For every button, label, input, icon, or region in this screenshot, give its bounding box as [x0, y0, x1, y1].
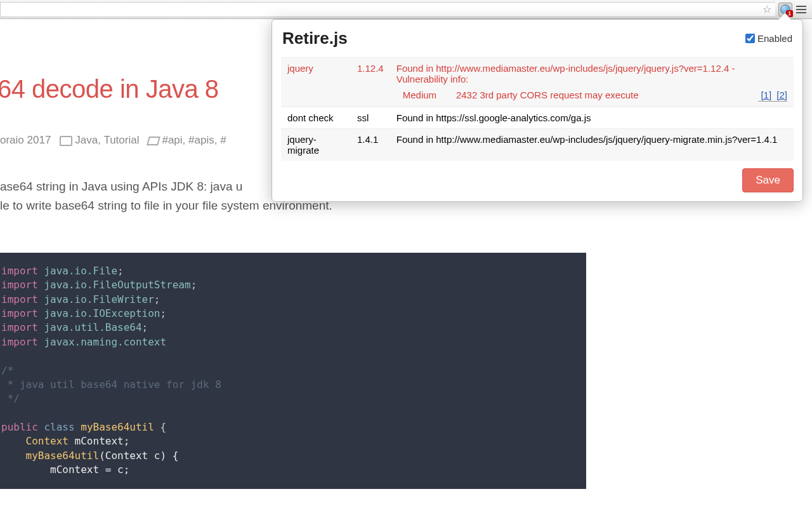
tag-icon — [147, 137, 161, 145]
detail-cell: Found in https://ssl.google-analytics.co… — [390, 107, 794, 129]
vuln-detail: Medium 2432 3rd party CORS request may e… — [396, 90, 787, 100]
version-cell: 1.12.4 — [351, 58, 390, 107]
version-cell: 1.4.1 — [351, 129, 390, 161]
enabled-label: Enabled — [757, 33, 792, 44]
folder-icon — [60, 136, 72, 146]
hamburger-menu-icon[interactable] — [794, 3, 808, 17]
vuln-description: 2432 3rd party CORS request may execute — [456, 90, 639, 100]
meta-categories[interactable]: Java, Tutorial — [75, 134, 139, 146]
popup-header: Retire.js Enabled — [281, 26, 794, 51]
meta-tags[interactable]: #api, #apis, # — [162, 134, 226, 146]
address-bar-fragment[interactable]: ☆ — [0, 2, 775, 17]
popup-title: Retire.js — [282, 29, 348, 48]
ref-link-2[interactable]: [2] — [776, 90, 787, 100]
results-table: jquery 1.12.4 Found in http://www.mediam… — [281, 57, 794, 161]
enabled-checkbox[interactable] — [745, 34, 755, 43]
code-block: import java.io.File; import java.io.File… — [0, 253, 586, 489]
browser-toolbar: ☆ 1 — [0, 0, 812, 19]
meta-date: oraio 2017 — [0, 134, 51, 147]
lib-cell: jquery-migrate — [281, 129, 351, 161]
table-row: jquery 1.12.4 Found in http://www.mediam… — [281, 58, 794, 107]
detail-cell: Found in http://www.mediamaster.eu/wp-in… — [390, 129, 794, 161]
reference-links: [1] [2] — [758, 90, 787, 102]
retirejs-popup: Retire.js Enabled jquery 1.12.4 Found in… — [272, 19, 803, 202]
table-row: dont check ssl Found in https://ssl.goog… — [281, 107, 794, 129]
table-row: jquery-migrate 1.4.1 Found in http://www… — [281, 129, 794, 161]
lib-cell: jquery — [281, 58, 351, 107]
lib-cell: dont check — [281, 107, 351, 129]
save-button[interactable]: Save — [742, 168, 794, 192]
ref-link-1[interactable]: [1] — [761, 90, 771, 100]
severity: Medium — [403, 90, 454, 100]
found-text: Found in http://www.mediamaster.eu/wp-in… — [396, 63, 787, 84]
popup-footer: Save — [281, 168, 794, 192]
version-cell: ssl — [351, 107, 390, 129]
detail-cell: Found in http://www.mediamaster.eu/wp-in… — [390, 58, 794, 107]
enabled-toggle[interactable]: Enabled — [745, 33, 792, 44]
bookmark-star-icon[interactable]: ☆ — [763, 3, 771, 15]
